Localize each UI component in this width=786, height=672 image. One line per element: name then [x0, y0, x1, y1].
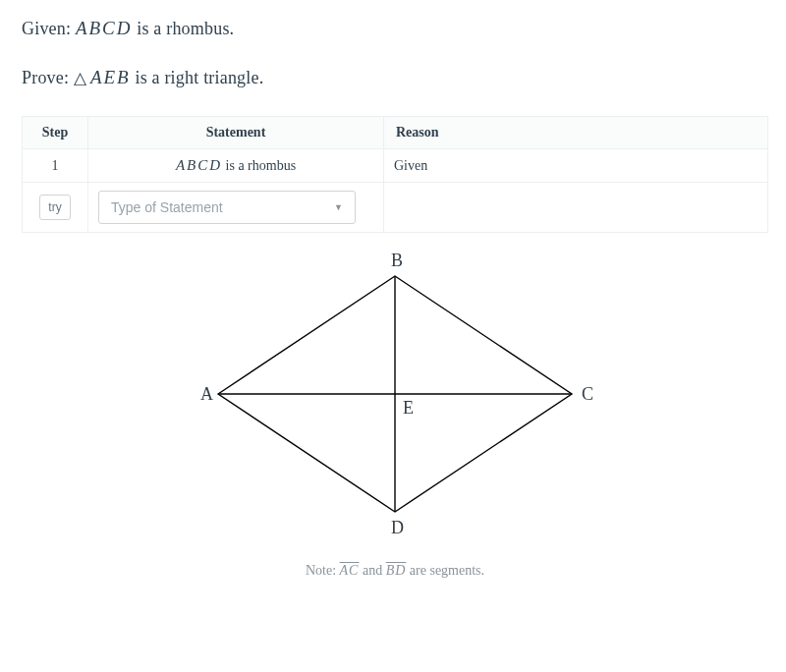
statement-math: ABCD [176, 157, 222, 173]
step-number: 1 [23, 149, 88, 183]
note-seg-bd: BD [386, 563, 407, 578]
reason-cell: Given [384, 149, 768, 183]
statement-cell: ABCD is a rhombus [88, 149, 384, 183]
prove-rest: is a right triangle. [131, 68, 264, 87]
label-c: C [582, 384, 593, 404]
prove-line: Prove: AEB is a right triangle. [22, 67, 764, 88]
note-seg-ac: AC [340, 563, 360, 578]
note-prefix: Note: [306, 563, 340, 578]
label-a: A [200, 384, 213, 404]
given-rest: is a rhombus. [133, 19, 235, 38]
header-step: Step [23, 117, 88, 149]
label-b: B [391, 251, 403, 270]
header-statement: Statement [88, 117, 384, 149]
prove-math: AEB [74, 67, 131, 87]
given-label: Given: [22, 19, 71, 38]
proof-table: Step Statement Reason 1 ABCD is a rhombu… [22, 116, 768, 233]
type-of-statement-placeholder: Type of Statement [111, 199, 223, 215]
label-e: E [403, 398, 414, 418]
label-d: D [391, 518, 404, 537]
header-reason: Reason [384, 117, 768, 149]
given-line: Given: ABCD is a rhombus. [22, 18, 764, 39]
statement-rest: is a rhombus [222, 158, 296, 173]
note-mid: and [359, 563, 385, 578]
note-suffix: are segments. [406, 563, 484, 578]
rhombus-diagram: A B C D E [149, 247, 641, 545]
given-math: ABCD [76, 18, 133, 38]
table-row: try Type of Statement ▼ [23, 183, 768, 233]
table-row: 1 ABCD is a rhombus Given [23, 149, 768, 183]
prove-label: Prove: [22, 68, 69, 87]
chevron-down-icon: ▼ [334, 202, 343, 212]
type-of-statement-select[interactable]: Type of Statement ▼ [98, 191, 356, 224]
try-button[interactable]: try [39, 195, 70, 220]
reason-cell-empty [384, 183, 768, 233]
note-line: Note: AC and BD are segments. [22, 563, 768, 579]
